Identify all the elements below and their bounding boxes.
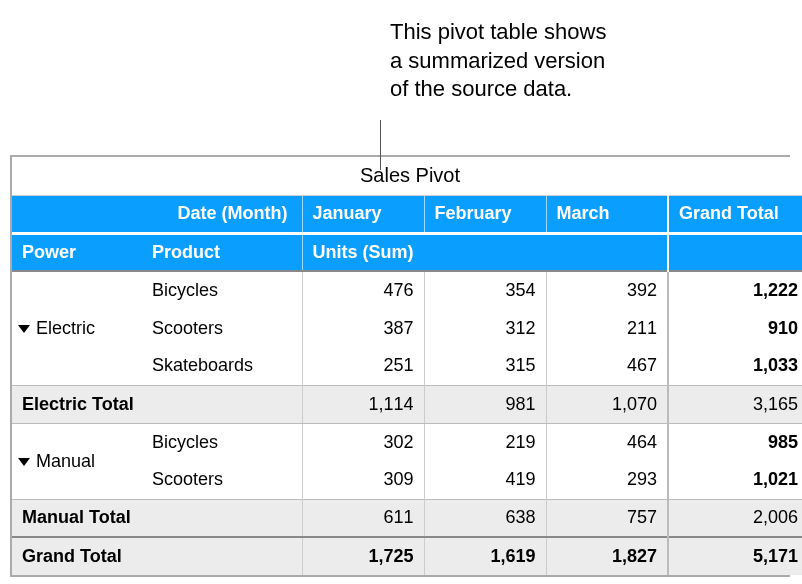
group-name: Electric: [36, 318, 95, 338]
value-cell[interactable]: 312: [424, 309, 546, 347]
pivot-table: Sales Pivot Date (Month) January Februar…: [12, 157, 802, 575]
subtotal-total-cell[interactable]: 2,006: [668, 499, 802, 537]
subtotal-cell[interactable]: 1,070: [546, 385, 668, 423]
product-cell[interactable]: Skateboards: [142, 347, 302, 385]
value-cell[interactable]: 467: [546, 347, 668, 385]
subtotal-cell[interactable]: 757: [546, 499, 668, 537]
month-header-february[interactable]: February: [424, 195, 546, 233]
group-name: Manual: [36, 451, 95, 471]
callout-line: [380, 120, 381, 170]
product-cell[interactable]: Scooters: [142, 309, 302, 347]
values-label[interactable]: Units (Sum): [302, 233, 668, 271]
value-cell[interactable]: 293: [546, 461, 668, 499]
grand-total-row-label[interactable]: Grand Total: [12, 537, 302, 575]
value-cell[interactable]: 315: [424, 347, 546, 385]
subtotal-label-manual[interactable]: Manual Total: [12, 499, 302, 537]
pivot-title: Sales Pivot: [12, 157, 802, 195]
month-header-january[interactable]: January: [302, 195, 424, 233]
subtotal-cell[interactable]: 611: [302, 499, 424, 537]
value-cell[interactable]: 354: [424, 271, 546, 309]
subtotal-label-electric[interactable]: Electric Total: [12, 385, 302, 423]
grand-total-cell[interactable]: 1,725: [302, 537, 424, 575]
value-cell[interactable]: 309: [302, 461, 424, 499]
value-cell[interactable]: 219: [424, 423, 546, 461]
group-toggle-manual[interactable]: Manual: [12, 423, 142, 499]
chevron-down-icon: [18, 325, 30, 333]
value-cell[interactable]: 476: [302, 271, 424, 309]
month-header-march[interactable]: March: [546, 195, 668, 233]
pivot-table-container: Sales Pivot Date (Month) January Februar…: [10, 155, 790, 577]
value-cell[interactable]: 302: [302, 423, 424, 461]
row-field-power[interactable]: Power: [12, 233, 142, 271]
row-total-cell[interactable]: 985: [668, 423, 802, 461]
value-cell[interactable]: 387: [302, 309, 424, 347]
row-total-cell[interactable]: 910: [668, 309, 802, 347]
header-blank: [668, 233, 802, 271]
grand-total-col-header[interactable]: Grand Total: [668, 195, 802, 233]
row-total-cell[interactable]: 1,222: [668, 271, 802, 309]
row-field-product[interactable]: Product: [142, 233, 302, 271]
subtotal-cell[interactable]: 638: [424, 499, 546, 537]
subtotal-total-cell[interactable]: 3,165: [668, 385, 802, 423]
group-toggle-electric[interactable]: Electric: [12, 271, 142, 385]
value-cell[interactable]: 419: [424, 461, 546, 499]
product-cell[interactable]: Scooters: [142, 461, 302, 499]
grand-total-total-cell[interactable]: 5,171: [668, 537, 802, 575]
value-cell[interactable]: 251: [302, 347, 424, 385]
grand-total-cell[interactable]: 1,827: [546, 537, 668, 575]
value-cell[interactable]: 464: [546, 423, 668, 461]
col-field-label[interactable]: Date (Month): [12, 195, 302, 233]
subtotal-cell[interactable]: 981: [424, 385, 546, 423]
row-total-cell[interactable]: 1,033: [668, 347, 802, 385]
callout-caption: This pivot table shows a summarized vers…: [390, 18, 606, 104]
value-cell[interactable]: 211: [546, 309, 668, 347]
product-cell[interactable]: Bicycles: [142, 423, 302, 461]
subtotal-cell[interactable]: 1,114: [302, 385, 424, 423]
row-total-cell[interactable]: 1,021: [668, 461, 802, 499]
grand-total-cell[interactable]: 1,619: [424, 537, 546, 575]
product-cell[interactable]: Bicycles: [142, 271, 302, 309]
chevron-down-icon: [18, 458, 30, 466]
value-cell[interactable]: 392: [546, 271, 668, 309]
